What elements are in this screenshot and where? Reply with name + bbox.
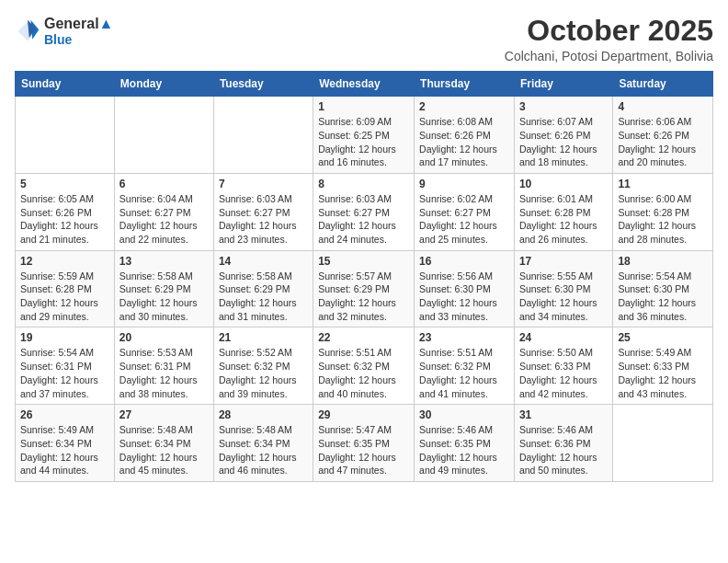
calendar-cell: 17Sunrise: 5:55 AMSunset: 6:30 PMDayligh… xyxy=(514,250,612,327)
day-info: Sunrise: 5:46 AMSunset: 6:36 PMDaylight:… xyxy=(519,423,608,477)
day-info: Sunrise: 5:59 AMSunset: 6:28 PMDaylight:… xyxy=(20,270,109,324)
calendar-week-row: 5Sunrise: 6:05 AMSunset: 6:26 PMDaylight… xyxy=(16,173,713,250)
logo-text: General▲ Blue xyxy=(44,15,113,48)
header-thursday: Thursday xyxy=(415,72,515,97)
calendar-cell: 26Sunrise: 5:49 AMSunset: 6:34 PMDayligh… xyxy=(16,405,115,482)
calendar-cell xyxy=(16,97,115,174)
day-number: 24 xyxy=(519,331,608,344)
header-saturday: Saturday xyxy=(613,72,713,97)
calendar-cell: 28Sunrise: 5:48 AMSunset: 6:34 PMDayligh… xyxy=(213,405,313,482)
calendar-cell xyxy=(213,97,313,174)
day-number: 23 xyxy=(419,331,509,344)
day-info: Sunrise: 6:00 AMSunset: 6:28 PMDaylight:… xyxy=(618,192,708,247)
day-number: 13 xyxy=(119,255,209,268)
day-number: 25 xyxy=(618,331,708,344)
calendar-cell: 9Sunrise: 6:02 AMSunset: 6:27 PMDaylight… xyxy=(415,173,515,250)
day-number: 6 xyxy=(119,178,209,190)
day-number: 14 xyxy=(219,255,308,268)
header-monday: Monday xyxy=(114,72,213,97)
calendar-cell: 31Sunrise: 5:46 AMSunset: 6:36 PMDayligh… xyxy=(514,405,612,482)
day-number: 12 xyxy=(20,255,109,268)
calendar-cell: 12Sunrise: 5:59 AMSunset: 6:28 PMDayligh… xyxy=(16,250,115,327)
day-number: 2 xyxy=(419,100,509,113)
day-info: Sunrise: 5:51 AMSunset: 6:32 PMDaylight:… xyxy=(318,346,409,400)
day-info: Sunrise: 5:58 AMSunset: 6:29 PMDaylight:… xyxy=(119,270,209,324)
day-info: Sunrise: 5:46 AMSunset: 6:35 PMDaylight:… xyxy=(419,423,509,477)
day-number: 1 xyxy=(318,100,409,113)
day-number: 5 xyxy=(20,178,109,190)
day-info: Sunrise: 6:01 AMSunset: 6:28 PMDaylight:… xyxy=(519,192,608,247)
calendar-cell: 10Sunrise: 6:01 AMSunset: 6:28 PMDayligh… xyxy=(514,173,612,250)
day-info: Sunrise: 5:56 AMSunset: 6:30 PMDaylight:… xyxy=(419,270,509,324)
logo-icon xyxy=(15,18,40,44)
day-info: Sunrise: 5:49 AMSunset: 6:34 PMDaylight:… xyxy=(20,423,109,477)
calendar-cell: 16Sunrise: 5:56 AMSunset: 6:30 PMDayligh… xyxy=(415,250,515,327)
calendar-cell: 2Sunrise: 6:08 AMSunset: 6:26 PMDaylight… xyxy=(415,97,515,174)
logo: General▲ Blue xyxy=(15,15,113,48)
day-number: 29 xyxy=(318,408,409,421)
day-info: Sunrise: 5:48 AMSunset: 6:34 PMDaylight:… xyxy=(119,423,209,477)
header-friday: Friday xyxy=(514,72,612,97)
calendar-cell: 13Sunrise: 5:58 AMSunset: 6:29 PMDayligh… xyxy=(114,250,213,327)
day-number: 15 xyxy=(318,255,409,268)
day-number: 16 xyxy=(419,255,509,268)
calendar-cell: 6Sunrise: 6:04 AMSunset: 6:27 PMDaylight… xyxy=(114,173,213,250)
day-info: Sunrise: 5:52 AMSunset: 6:32 PMDaylight:… xyxy=(219,346,308,400)
calendar-cell: 22Sunrise: 5:51 AMSunset: 6:32 PMDayligh… xyxy=(313,327,415,405)
day-info: Sunrise: 6:06 AMSunset: 6:26 PMDaylight:… xyxy=(618,115,708,169)
calendar-cell: 20Sunrise: 5:53 AMSunset: 6:31 PMDayligh… xyxy=(114,327,213,405)
day-info: Sunrise: 5:50 AMSunset: 6:33 PMDaylight:… xyxy=(519,346,608,400)
day-number: 20 xyxy=(119,331,209,344)
calendar-cell: 25Sunrise: 5:49 AMSunset: 6:33 PMDayligh… xyxy=(613,327,713,405)
calendar-cell: 21Sunrise: 5:52 AMSunset: 6:32 PMDayligh… xyxy=(213,327,313,405)
calendar-cell: 15Sunrise: 5:57 AMSunset: 6:29 PMDayligh… xyxy=(313,250,415,327)
header-wednesday: Wednesday xyxy=(313,72,415,97)
calendar-week-row: 26Sunrise: 5:49 AMSunset: 6:34 PMDayligh… xyxy=(16,405,713,482)
day-info: Sunrise: 5:54 AMSunset: 6:31 PMDaylight:… xyxy=(20,346,109,400)
day-info: Sunrise: 6:03 AMSunset: 6:27 PMDaylight:… xyxy=(318,192,409,247)
day-info: Sunrise: 5:53 AMSunset: 6:31 PMDaylight:… xyxy=(119,346,209,400)
day-info: Sunrise: 5:54 AMSunset: 6:30 PMDaylight:… xyxy=(618,270,708,324)
calendar-cell: 7Sunrise: 6:03 AMSunset: 6:27 PMDaylight… xyxy=(213,173,313,250)
day-number: 21 xyxy=(219,331,308,344)
calendar-week-row: 12Sunrise: 5:59 AMSunset: 6:28 PMDayligh… xyxy=(16,250,713,327)
calendar-week-row: 19Sunrise: 5:54 AMSunset: 6:31 PMDayligh… xyxy=(16,327,713,405)
calendar-cell: 29Sunrise: 5:47 AMSunset: 6:35 PMDayligh… xyxy=(313,405,415,482)
day-info: Sunrise: 6:05 AMSunset: 6:26 PMDaylight:… xyxy=(20,192,109,247)
day-number: 28 xyxy=(219,408,308,421)
day-number: 10 xyxy=(519,178,608,190)
day-number: 7 xyxy=(219,178,308,190)
day-info: Sunrise: 5:47 AMSunset: 6:35 PMDaylight:… xyxy=(318,423,409,477)
day-info: Sunrise: 6:08 AMSunset: 6:26 PMDaylight:… xyxy=(419,115,509,169)
day-number: 17 xyxy=(519,255,608,268)
calendar-cell: 8Sunrise: 6:03 AMSunset: 6:27 PMDaylight… xyxy=(313,173,415,250)
day-number: 11 xyxy=(618,178,708,190)
calendar-table: SundayMondayTuesdayWednesdayThursdayFrid… xyxy=(15,71,713,482)
calendar-cell: 23Sunrise: 5:51 AMSunset: 6:32 PMDayligh… xyxy=(415,327,515,405)
page-header: General▲ Blue October 2025 Colchani, Pot… xyxy=(15,15,713,63)
day-number: 31 xyxy=(519,408,608,421)
calendar-cell: 1Sunrise: 6:09 AMSunset: 6:25 PMDaylight… xyxy=(313,97,415,174)
calendar-week-row: 1Sunrise: 6:09 AMSunset: 6:25 PMDaylight… xyxy=(16,97,713,174)
header-sunday: Sunday xyxy=(16,72,115,97)
day-info: Sunrise: 6:02 AMSunset: 6:27 PMDaylight:… xyxy=(419,192,509,247)
day-info: Sunrise: 5:57 AMSunset: 6:29 PMDaylight:… xyxy=(318,270,409,324)
calendar-cell: 30Sunrise: 5:46 AMSunset: 6:35 PMDayligh… xyxy=(415,405,515,482)
calendar-cell: 3Sunrise: 6:07 AMSunset: 6:26 PMDaylight… xyxy=(514,97,612,174)
day-info: Sunrise: 5:51 AMSunset: 6:32 PMDaylight:… xyxy=(419,346,509,400)
location-subtitle: Colchani, Potosi Department, Bolivia xyxy=(505,49,713,63)
day-number: 30 xyxy=(419,408,509,421)
day-number: 8 xyxy=(318,178,409,190)
day-number: 27 xyxy=(119,408,209,421)
day-number: 4 xyxy=(618,100,708,113)
calendar-header-row: SundayMondayTuesdayWednesdayThursdayFrid… xyxy=(16,72,713,97)
calendar-cell: 11Sunrise: 6:00 AMSunset: 6:28 PMDayligh… xyxy=(613,173,713,250)
calendar-cell: 5Sunrise: 6:05 AMSunset: 6:26 PMDaylight… xyxy=(16,173,115,250)
day-number: 26 xyxy=(20,408,109,421)
day-info: Sunrise: 5:55 AMSunset: 6:30 PMDaylight:… xyxy=(519,270,608,324)
calendar-cell: 14Sunrise: 5:58 AMSunset: 6:29 PMDayligh… xyxy=(213,250,313,327)
calendar-cell xyxy=(114,97,213,174)
title-block: October 2025 Colchani, Potosi Department… xyxy=(505,15,713,63)
calendar-cell: 24Sunrise: 5:50 AMSunset: 6:33 PMDayligh… xyxy=(514,327,612,405)
month-title: October 2025 xyxy=(505,15,713,47)
